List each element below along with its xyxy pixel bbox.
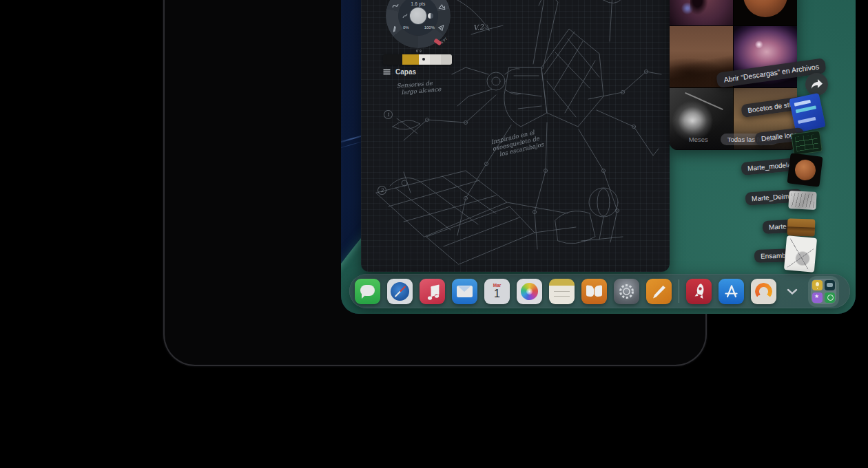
- photos-app-icon[interactable]: [517, 279, 542, 304]
- annotation-version: V.2: [473, 23, 484, 32]
- ipad-device-frame: Escarabajo_azu... 59% 90° PR: [163, 0, 707, 366]
- swatch-gold[interactable]: [402, 54, 419, 65]
- segment-months[interactable]: Meses: [689, 136, 708, 143]
- color-swatch-strip[interactable]: [383, 54, 452, 65]
- music-app-icon[interactable]: [420, 279, 445, 304]
- layers-button[interactable]: Capas: [383, 68, 416, 76]
- mini-camera-icon: [825, 280, 835, 290]
- rocket-app-icon[interactable]: [686, 279, 712, 304]
- layers-label: Capas: [395, 68, 416, 76]
- drag-thumb-assembly-sketch[interactable]: [784, 235, 817, 273]
- calendar-day: 1: [494, 288, 500, 300]
- rocket-icon: [686, 279, 712, 304]
- mini-star-icon: [812, 292, 823, 303]
- contrast-icon[interactable]: [428, 13, 433, 19]
- drag-thumb-mars-model[interactable]: [787, 153, 823, 187]
- mars-globe: [743, 0, 787, 17]
- ipad-screen: Escarabajo_azu... 59% 90° PR: [341, 0, 856, 314]
- pen-diagonal-icon: [646, 279, 672, 304]
- chat-bubble-icon: [360, 285, 375, 296]
- drag-thumb-green-logo[interactable]: [791, 130, 823, 156]
- app-store-a-icon: [719, 279, 744, 304]
- drag-thumb-mars-painting[interactable]: [787, 218, 816, 236]
- stage: Escarabajo_azu... 59% 90° PR: [0, 0, 868, 468]
- app-store-app-icon[interactable]: [719, 279, 744, 304]
- dock: Mar 1: [349, 274, 850, 308]
- min-opacity-label: 0%: [403, 25, 409, 30]
- concepts-tool-wheel[interactable]: 1.6 1.3 3.5 6.9 14.5: [386, 0, 451, 48]
- chevron-down-icon[interactable]: [783, 288, 801, 295]
- dock-divider: [679, 279, 679, 303]
- open-book-icon: [586, 285, 594, 297]
- concepts-app-icon[interactable]: [751, 279, 776, 304]
- app-library-icon: [811, 279, 836, 304]
- swatch-black[interactable]: [383, 54, 402, 65]
- hamburger-icon: [383, 69, 391, 75]
- forward-arrow-icon: [811, 79, 823, 89]
- max-opacity-label: 100%: [424, 25, 435, 30]
- music-note-icon: [420, 279, 445, 304]
- mini-lightbulb-icon: [812, 280, 823, 290]
- app-library-button[interactable]: [808, 276, 839, 307]
- concepts-c-swirl-icon: [755, 283, 772, 300]
- drag-thumb-deimos-sketch[interactable]: [788, 191, 816, 210]
- concepts-drawing-app-window[interactable]: Escarabajo_azu... 59% 90° PR: [361, 0, 670, 272]
- calendar-app-icon[interactable]: Mar 1: [484, 279, 510, 304]
- swatch-gray[interactable]: [441, 54, 452, 65]
- stroke-size-readout: 1.6 pts: [398, 1, 438, 6]
- swatch-light-gray[interactable]: [430, 54, 441, 65]
- linea-sketch-app-icon[interactable]: [646, 279, 672, 304]
- safari-app-icon[interactable]: [387, 279, 413, 304]
- photo-thumbnail-horsehead-nebula[interactable]: [670, 0, 733, 25]
- photo-thumbnail-mars-globe[interactable]: [734, 0, 797, 25]
- messages-app-icon[interactable]: [355, 279, 380, 304]
- brush-mini-icon: [402, 13, 408, 19]
- envelope-icon: [457, 286, 473, 297]
- books-app-icon[interactable]: [581, 279, 607, 304]
- tool-size-bottom: 6.9: [416, 49, 422, 53]
- notes-app-icon[interactable]: [549, 279, 575, 304]
- swatch-cream-selected[interactable]: [419, 54, 430, 65]
- active-color-puck[interactable]: [410, 8, 426, 24]
- photos-flower-icon: [521, 283, 538, 300]
- mail-app-icon[interactable]: [452, 279, 477, 304]
- share-forward-button[interactable]: [805, 73, 828, 96]
- settings-app-icon[interactable]: [614, 279, 639, 304]
- airbrush-icon[interactable]: [438, 3, 446, 10]
- gear-icon: [614, 279, 639, 304]
- mini-clock-icon: [825, 292, 835, 303]
